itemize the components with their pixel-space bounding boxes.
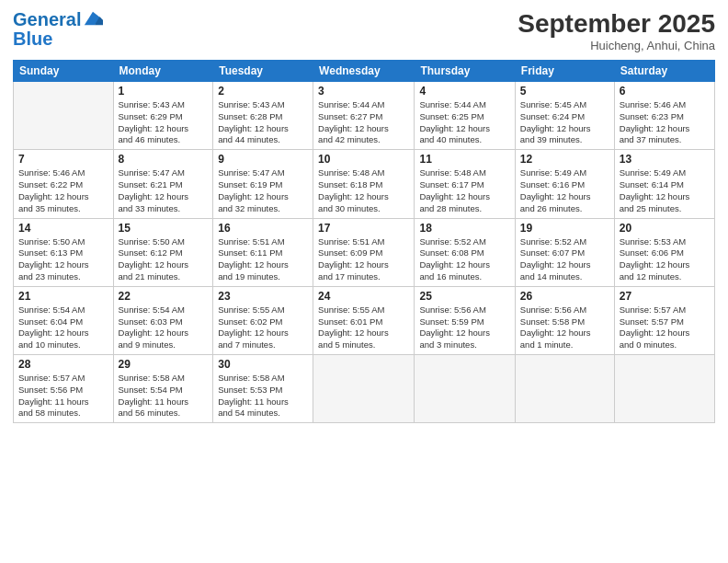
- cell-week4-day2: 30Sunrise: 5:58 AM Sunset: 5:53 PM Dayli…: [213, 355, 313, 423]
- week-row-0: 1Sunrise: 5:43 AM Sunset: 6:29 PM Daylig…: [14, 82, 715, 150]
- day-info: Sunrise: 5:50 AM Sunset: 6:13 PM Dayligh…: [18, 236, 108, 283]
- day-info: Sunrise: 5:43 AM Sunset: 6:28 PM Dayligh…: [218, 99, 308, 146]
- cell-week2-day6: 20Sunrise: 5:53 AM Sunset: 6:06 PM Dayli…: [614, 218, 714, 286]
- header: General Blue September 2025 Huicheng, An…: [13, 9, 715, 52]
- header-friday: Friday: [515, 61, 614, 82]
- location: Huicheng, Anhui, China: [518, 39, 715, 52]
- day-number: 14: [18, 222, 108, 235]
- logo-text: General: [13, 9, 81, 29]
- day-number: 5: [520, 85, 609, 98]
- cell-week4-day3: [313, 355, 415, 423]
- calendar-table: Sunday Monday Tuesday Wednesday Thursday…: [13, 60, 715, 423]
- day-number: 28: [18, 358, 108, 371]
- day-info: Sunrise: 5:45 AM Sunset: 6:24 PM Dayligh…: [520, 99, 609, 146]
- day-info: Sunrise: 5:44 AM Sunset: 6:27 PM Dayligh…: [318, 99, 409, 146]
- day-info: Sunrise: 5:44 AM Sunset: 6:25 PM Dayligh…: [419, 99, 509, 146]
- title-block: September 2025 Huicheng, Anhui, China: [518, 9, 715, 52]
- weekday-header-row: Sunday Monday Tuesday Wednesday Thursday…: [14, 61, 715, 82]
- day-info: Sunrise: 5:47 AM Sunset: 6:19 PM Dayligh…: [218, 167, 308, 214]
- cell-week3-day1: 22Sunrise: 5:54 AM Sunset: 6:03 PM Dayli…: [113, 286, 213, 354]
- day-number: 12: [520, 153, 609, 166]
- day-info: Sunrise: 5:51 AM Sunset: 6:09 PM Dayligh…: [318, 236, 409, 283]
- day-number: 19: [520, 222, 609, 235]
- cell-week3-day5: 26Sunrise: 5:56 AM Sunset: 5:58 PM Dayli…: [515, 286, 614, 354]
- cell-week4-day1: 29Sunrise: 5:58 AM Sunset: 5:54 PM Dayli…: [113, 355, 213, 423]
- day-info: Sunrise: 5:43 AM Sunset: 6:29 PM Dayligh…: [119, 99, 209, 146]
- day-number: 10: [318, 153, 409, 166]
- cell-week0-day4: 4Sunrise: 5:44 AM Sunset: 6:25 PM Daylig…: [415, 82, 515, 150]
- cell-week4-day0: 28Sunrise: 5:57 AM Sunset: 5:56 PM Dayli…: [14, 355, 114, 423]
- cell-week2-day3: 17Sunrise: 5:51 AM Sunset: 6:09 PM Dayli…: [313, 218, 415, 286]
- day-number: 18: [419, 222, 509, 235]
- day-info: Sunrise: 5:58 AM Sunset: 5:54 PM Dayligh…: [119, 373, 209, 419]
- cell-week1-day1: 8Sunrise: 5:47 AM Sunset: 6:21 PM Daylig…: [113, 150, 213, 218]
- cell-week3-day2: 23Sunrise: 5:55 AM Sunset: 6:02 PM Dayli…: [213, 286, 313, 354]
- day-number: 9: [218, 153, 308, 166]
- logo-icon: [83, 8, 103, 29]
- cell-week4-day6: [614, 355, 714, 423]
- cell-week1-day3: 10Sunrise: 5:48 AM Sunset: 6:18 PM Dayli…: [313, 150, 415, 218]
- cell-week1-day6: 13Sunrise: 5:49 AM Sunset: 6:14 PM Dayli…: [614, 150, 714, 218]
- cell-week0-day1: 1Sunrise: 5:43 AM Sunset: 6:29 PM Daylig…: [113, 82, 213, 150]
- header-wednesday: Wednesday: [313, 61, 415, 82]
- day-number: 3: [318, 85, 409, 98]
- header-thursday: Thursday: [415, 61, 515, 82]
- day-info: Sunrise: 5:55 AM Sunset: 6:01 PM Dayligh…: [318, 304, 409, 351]
- cell-week2-day1: 15Sunrise: 5:50 AM Sunset: 6:12 PM Dayli…: [113, 218, 213, 286]
- cell-week0-day2: 2Sunrise: 5:43 AM Sunset: 6:28 PM Daylig…: [213, 82, 313, 150]
- day-info: Sunrise: 5:46 AM Sunset: 6:23 PM Dayligh…: [620, 99, 710, 146]
- day-info: Sunrise: 5:56 AM Sunset: 5:58 PM Dayligh…: [520, 304, 609, 351]
- calendar-page: General Blue September 2025 Huicheng, An…: [0, 0, 728, 563]
- month-title: September 2025: [518, 9, 715, 39]
- day-number: 8: [119, 153, 209, 166]
- cell-week2-day4: 18Sunrise: 5:52 AM Sunset: 6:08 PM Dayli…: [415, 218, 515, 286]
- day-number: 13: [620, 153, 710, 166]
- cell-week1-day0: 7Sunrise: 5:46 AM Sunset: 6:22 PM Daylig…: [14, 150, 114, 218]
- cell-week3-day4: 25Sunrise: 5:56 AM Sunset: 5:59 PM Dayli…: [415, 286, 515, 354]
- logo: General Blue: [13, 9, 103, 48]
- day-info: Sunrise: 5:57 AM Sunset: 5:56 PM Dayligh…: [18, 373, 108, 419]
- week-row-3: 21Sunrise: 5:54 AM Sunset: 6:04 PM Dayli…: [14, 286, 715, 354]
- cell-week2-day5: 19Sunrise: 5:52 AM Sunset: 6:07 PM Dayli…: [515, 218, 614, 286]
- cell-week4-day4: [415, 355, 515, 423]
- cell-week4-day5: [515, 355, 614, 423]
- day-info: Sunrise: 5:50 AM Sunset: 6:12 PM Dayligh…: [119, 236, 209, 283]
- day-info: Sunrise: 5:51 AM Sunset: 6:11 PM Dayligh…: [218, 236, 308, 283]
- day-info: Sunrise: 5:55 AM Sunset: 6:02 PM Dayligh…: [218, 304, 308, 351]
- day-number: 23: [218, 290, 308, 303]
- cell-week1-day5: 12Sunrise: 5:49 AM Sunset: 6:16 PM Dayli…: [515, 150, 614, 218]
- day-number: 27: [620, 290, 710, 303]
- day-number: 17: [318, 222, 409, 235]
- week-row-2: 14Sunrise: 5:50 AM Sunset: 6:13 PM Dayli…: [14, 218, 715, 286]
- header-tuesday: Tuesday: [213, 61, 313, 82]
- day-info: Sunrise: 5:57 AM Sunset: 5:57 PM Dayligh…: [620, 304, 710, 351]
- day-number: 22: [119, 290, 209, 303]
- day-info: Sunrise: 5:53 AM Sunset: 6:06 PM Dayligh…: [620, 236, 710, 283]
- day-info: Sunrise: 5:56 AM Sunset: 5:59 PM Dayligh…: [419, 304, 509, 351]
- cell-week1-day4: 11Sunrise: 5:48 AM Sunset: 6:17 PM Dayli…: [415, 150, 515, 218]
- day-info: Sunrise: 5:49 AM Sunset: 6:16 PM Dayligh…: [520, 167, 609, 214]
- day-info: Sunrise: 5:58 AM Sunset: 5:53 PM Dayligh…: [218, 373, 308, 419]
- day-info: Sunrise: 5:54 AM Sunset: 6:03 PM Dayligh…: [119, 304, 209, 351]
- day-number: 4: [419, 85, 509, 98]
- cell-week3-day3: 24Sunrise: 5:55 AM Sunset: 6:01 PM Dayli…: [313, 286, 415, 354]
- day-info: Sunrise: 5:48 AM Sunset: 6:18 PM Dayligh…: [318, 167, 409, 214]
- day-number: 16: [218, 222, 308, 235]
- week-row-4: 28Sunrise: 5:57 AM Sunset: 5:56 PM Dayli…: [14, 355, 715, 423]
- day-number: 6: [620, 85, 710, 98]
- day-info: Sunrise: 5:54 AM Sunset: 6:04 PM Dayligh…: [18, 304, 108, 351]
- day-number: 2: [218, 85, 308, 98]
- cell-week0-day6: 6Sunrise: 5:46 AM Sunset: 6:23 PM Daylig…: [614, 82, 714, 150]
- header-monday: Monday: [113, 61, 213, 82]
- day-info: Sunrise: 5:52 AM Sunset: 6:07 PM Dayligh…: [520, 236, 609, 283]
- day-number: 25: [419, 290, 509, 303]
- cell-week2-day0: 14Sunrise: 5:50 AM Sunset: 6:13 PM Dayli…: [14, 218, 114, 286]
- day-info: Sunrise: 5:52 AM Sunset: 6:08 PM Dayligh…: [419, 236, 509, 283]
- logo-blue: Blue: [13, 29, 103, 48]
- day-number: 29: [119, 358, 209, 371]
- header-sunday: Sunday: [14, 61, 114, 82]
- day-info: Sunrise: 5:46 AM Sunset: 6:22 PM Dayligh…: [18, 167, 108, 214]
- day-number: 21: [18, 290, 108, 303]
- cell-week2-day2: 16Sunrise: 5:51 AM Sunset: 6:11 PM Dayli…: [213, 218, 313, 286]
- day-number: 1: [119, 85, 209, 98]
